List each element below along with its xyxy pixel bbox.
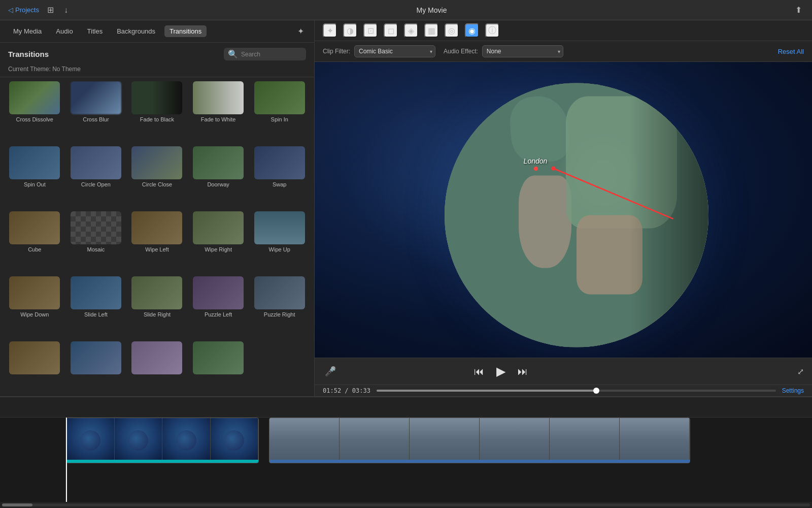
transition-item-spin-out[interactable]: Spin Out	[6, 146, 63, 207]
transition-thumb-circle-open	[71, 146, 121, 179]
tab-audio[interactable]: Audio	[51, 25, 78, 37]
sky-thumb-5	[550, 418, 620, 463]
playback-controls: ⏮ ▶ ⏭	[472, 362, 530, 380]
transition-item-row5a[interactable]	[6, 341, 63, 396]
clip-progress-bar-1	[66, 460, 258, 463]
crop-tool[interactable]: ⊡	[363, 23, 378, 38]
layout-icon[interactable]: ⊞	[45, 3, 56, 17]
transition-item-slide-right[interactable]: Slide Right	[128, 276, 186, 337]
settings-button[interactable]: Settings	[782, 387, 804, 394]
tab-my-media[interactable]: My Media	[8, 25, 47, 37]
time-bar: 01:52 / 03:33 Settings	[315, 385, 812, 396]
transition-item-mosaic[interactable]: Mosaic	[67, 211, 125, 272]
transition-thumb-doorway	[193, 146, 244, 179]
transition-item-doorway[interactable]: Doorway	[190, 146, 247, 207]
back-button[interactable]: ◁ Projects	[8, 6, 39, 14]
transition-item-row5c[interactable]	[128, 341, 186, 396]
transition-label-puzzle-left: Puzzle Left	[205, 311, 232, 318]
transition-item-row5b[interactable]	[67, 341, 125, 396]
filter-tool[interactable]: ◉	[465, 23, 479, 38]
transition-item-row5d[interactable]	[190, 341, 247, 396]
transition-item-cube[interactable]: Cube	[6, 211, 63, 272]
tab-transitions[interactable]: Transitions	[164, 25, 207, 37]
play-button[interactable]: ▶	[494, 362, 507, 380]
tab-backgrounds[interactable]: Backgrounds	[112, 25, 160, 37]
import-icon[interactable]: ↓	[62, 4, 70, 17]
sky-thumb-4	[480, 418, 550, 463]
transition-item-puzzle-left[interactable]: Puzzle Left	[190, 276, 247, 337]
tab-titles[interactable]: Titles	[82, 25, 108, 37]
video-clip-sky[interactable]	[269, 418, 690, 463]
transition-item-wipe-up[interactable]: Wipe Up	[251, 211, 308, 272]
color-wheel-tool[interactable]: ◑	[343, 23, 357, 38]
transition-thumb-cross-dissolve	[9, 81, 60, 114]
transition-thumb-row5a	[9, 341, 60, 374]
search-box: 🔍	[224, 48, 306, 60]
transition-item-fade-black[interactable]: Fade to Black	[128, 81, 186, 142]
globe-mini-2	[128, 430, 148, 451]
theme-label: Current Theme: No Theme	[0, 64, 314, 77]
video-preview: London	[315, 62, 812, 358]
transition-item-circle-open[interactable]: Circle Open	[67, 146, 125, 207]
reset-all-button[interactable]: Reset All	[778, 48, 804, 55]
transition-item-cross-blur[interactable]: Cross Blur	[67, 81, 125, 142]
audio-effect-wrapper: None	[482, 45, 563, 57]
scrubber-handle[interactable]	[593, 388, 599, 394]
scrubber-fill	[377, 390, 596, 392]
transition-label-fade-white: Fade to White	[201, 116, 235, 122]
movie-title: My Movie	[417, 6, 447, 14]
transition-item-cross-dissolve[interactable]: Cross Dissolve	[6, 81, 63, 142]
transition-thumb-cube	[9, 211, 60, 244]
video-clip-globe[interactable]: 5.1s	[66, 418, 259, 463]
fullscreen-button[interactable]: ⤢	[797, 367, 804, 376]
search-input[interactable]	[241, 51, 302, 58]
share-icon[interactable]: ⬆	[793, 3, 804, 17]
transition-item-swap[interactable]: Swap	[251, 146, 308, 207]
bottom-timeline: 5.1s	[0, 396, 812, 508]
transition-item-circle-close[interactable]: Circle Close	[128, 146, 186, 207]
clip-filter-wrapper: Comic Basic	[354, 45, 435, 57]
scrollbar-thumb[interactable]	[2, 503, 32, 506]
back-label: Projects	[15, 6, 39, 14]
top-bar-right: ⬆	[793, 3, 804, 17]
skip-forward-button[interactable]: ⏭	[516, 364, 530, 379]
clip-filter-label: Clip Filter:	[323, 48, 350, 55]
audio-effect-select[interactable]: None	[482, 45, 563, 57]
transition-item-spin-in[interactable]: Spin In	[251, 81, 308, 142]
skip-back-button[interactable]: ⏮	[472, 364, 486, 379]
transition-thumb-wipe-up	[254, 211, 305, 244]
globe-mini-1	[80, 430, 100, 451]
transition-thumb-row5b	[71, 341, 121, 374]
info-tool[interactable]: ⓘ	[485, 23, 499, 38]
transition-thumb-puzzle-right	[254, 276, 305, 309]
transition-label-wipe-left: Wipe Left	[145, 246, 168, 252]
camera-tool[interactable]: ◻	[384, 23, 398, 38]
transition-label-fade-black: Fade to Black	[140, 116, 174, 122]
timeline-tracks: 5.1s	[66, 418, 812, 502]
transition-item-wipe-down[interactable]: Wipe Down	[6, 276, 63, 337]
transition-thumb-spin-out	[9, 146, 60, 179]
thumb-3	[162, 418, 211, 463]
clip-progress-bar-2	[269, 460, 690, 463]
transition-label-slide-right: Slide Right	[144, 311, 171, 318]
transition-item-puzzle-right[interactable]: Puzzle Right	[251, 276, 308, 337]
thumb-1	[66, 418, 115, 463]
magic-wand-tool[interactable]: ✦	[323, 23, 337, 38]
audio-tool[interactable]: ◈	[404, 23, 418, 38]
transition-label-slide-left: Slide Left	[84, 311, 108, 318]
scrollbar[interactable]	[0, 502, 812, 508]
transition-item-fade-white[interactable]: Fade to White	[190, 81, 247, 142]
transition-item-wipe-left[interactable]: Wipe Left	[128, 211, 186, 272]
transition-label-circle-open: Circle Open	[81, 181, 111, 187]
stabilize-tool[interactable]: ◎	[445, 23, 459, 38]
transition-label-swap: Swap	[273, 181, 287, 187]
scrollbar-track[interactable]	[2, 503, 810, 506]
transition-item-wipe-right[interactable]: Wipe Right	[190, 211, 247, 272]
right-panel: ✦ ◑ ⊡ ◻ ◈ ▦ ◎ ◉ ⓘ Clip Filter: Comic Bas…	[315, 20, 812, 396]
chart-tool[interactable]: ▦	[424, 23, 438, 38]
clip-filter-select[interactable]: Comic Basic	[354, 45, 435, 57]
magic-tool-icon[interactable]: ✦	[295, 24, 306, 38]
microphone-button[interactable]: 🎤	[323, 364, 338, 379]
timeline-scrubber[interactable]	[377, 390, 776, 392]
transition-item-slide-left[interactable]: Slide Left	[67, 276, 125, 337]
